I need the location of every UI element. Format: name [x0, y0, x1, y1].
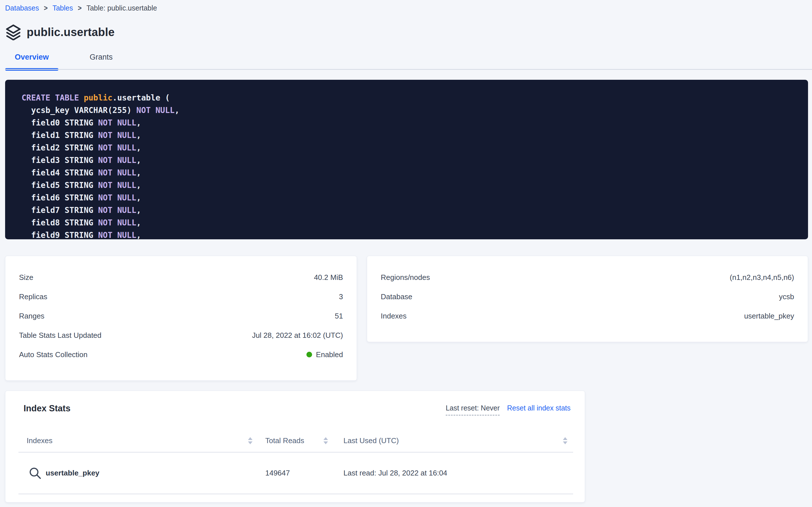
tab-bar: Overview Grants	[5, 50, 808, 70]
sql-line: field4 STRING NOT NULL,	[21, 167, 800, 179]
layers-stack-icon	[5, 24, 21, 40]
stat-value-stats-updated: Jul 28, 2022 at 16:02 (UTC)	[252, 331, 343, 340]
last-used-cell: Last read: Jul 28, 2022 at 16:04	[343, 469, 573, 477]
stat-value-regions: (n1,n2,n3,n4,n5,n6)	[730, 273, 794, 282]
stat-row-regions: Regions/nodes (n1,n2,n3,n4,n5,n6)	[367, 268, 808, 287]
stat-value-indexes: usertable_pkey	[744, 312, 794, 321]
sql-line: field5 STRING NOT NULL,	[21, 179, 800, 191]
sql-line: field9 STRING NOT NULL,	[21, 229, 800, 239]
chevron-right-icon: >	[44, 3, 48, 12]
index-stats-table-header: Indexes Total Reads Last Used (UTC)	[18, 429, 573, 452]
total-reads-cell: 149647	[265, 469, 343, 477]
sort-carets-icon[interactable]	[323, 437, 328, 444]
sql-line: field2 STRING NOT NULL,	[21, 142, 800, 154]
sql-line: ycsb_key VARCHAR(255) NOT NULL,	[21, 104, 800, 117]
last-reset-label[interactable]: Last reset: Never	[446, 404, 500, 415]
index-stats-table: Indexes Total Reads Last Used (UTC)	[18, 429, 573, 494]
index-stats-card: Index Stats Last reset: Never Reset all …	[5, 391, 585, 502]
stat-row-indexes: Indexes usertable_pkey	[367, 306, 808, 326]
stat-value-replicas: 3	[339, 292, 343, 301]
chevron-right-icon: >	[78, 3, 81, 12]
tab-grants[interactable]: Grants	[74, 50, 128, 70]
stat-row-stats-updated: Table Stats Last Updated Jul 28, 2022 at…	[5, 326, 357, 345]
stat-row-ranges: Ranges 51	[5, 306, 357, 326]
reset-all-index-stats-link[interactable]: Reset all index stats	[507, 404, 571, 412]
stat-value-auto-stats: Enabled	[306, 350, 343, 359]
index-stats-header: Index Stats Last reset: Never Reset all …	[5, 403, 585, 415]
tab-bar-divider	[5, 69, 812, 70]
sql-line: field1 STRING NOT NULL,	[21, 129, 800, 142]
stat-row-replicas: Replicas 3	[5, 287, 357, 306]
magnifier-icon	[29, 467, 42, 480]
index-name[interactable]: usertable_pkey	[46, 469, 99, 477]
tab-overview[interactable]: Overview	[5, 50, 58, 70]
page-title-row: public.usertable	[5, 23, 808, 41]
stat-value-ranges: 51	[335, 312, 343, 321]
sql-line: field0 STRING NOT NULL,	[21, 117, 800, 129]
breadcrumb: Databases > Tables > Table: public.usert…	[5, 2, 808, 14]
sql-line: field7 STRING NOT NULL,	[21, 204, 800, 217]
sort-carets-icon[interactable]	[563, 437, 567, 444]
table-meta-card: Regions/nodes (n1,n2,n3,n4,n5,n6) Databa…	[367, 256, 808, 342]
index-stats-meta: Last reset: Never Reset all index stats	[446, 403, 571, 415]
column-header-total-reads[interactable]: Total Reads	[265, 436, 343, 445]
stat-row-size: Size 40.2 MiB	[5, 268, 357, 287]
sql-line: CREATE TABLE public.usertable (	[21, 92, 800, 104]
page-title: public.usertable	[27, 26, 115, 39]
stat-value-size: 40.2 MiB	[314, 273, 343, 282]
table-stats-card: Size 40.2 MiB Replicas 3 Ranges 51 Table…	[5, 256, 357, 381]
sort-carets-icon[interactable]	[248, 437, 252, 444]
status-enabled-label: Enabled	[316, 350, 343, 359]
status-enabled-dot-icon	[306, 352, 312, 357]
breadcrumb-databases-link[interactable]: Databases	[5, 4, 39, 12]
sql-line: field8 STRING NOT NULL,	[21, 217, 800, 229]
stat-row-auto-stats: Auto Stats Collection Enabled	[5, 345, 357, 364]
index-name-cell[interactable]: usertable_pkey	[18, 467, 265, 480]
summary-cards-row: Size 40.2 MiB Replicas 3 Ranges 51 Table…	[5, 256, 808, 381]
index-stats-title: Index Stats	[23, 403, 70, 414]
breadcrumb-current-table: Table: public.usertable	[86, 4, 157, 12]
column-header-indexes[interactable]: Indexes	[18, 436, 265, 445]
stat-value-database: ycsb	[779, 292, 794, 301]
sql-line: field6 STRING NOT NULL,	[21, 191, 800, 204]
stat-row-database: Database ycsb	[367, 287, 808, 306]
table-details-page: Databases > Tables > Table: public.usert…	[0, 0, 812, 502]
column-header-last-used[interactable]: Last Used (UTC)	[343, 436, 573, 445]
table-row[interactable]: usertable_pkey 149647 Last read: Jul 28,…	[18, 452, 573, 494]
breadcrumb-tables-link[interactable]: Tables	[53, 4, 73, 12]
create-table-sql-box: CREATE TABLE public.usertable ( ycsb_key…	[5, 80, 808, 239]
sql-line: field3 STRING NOT NULL,	[21, 154, 800, 167]
